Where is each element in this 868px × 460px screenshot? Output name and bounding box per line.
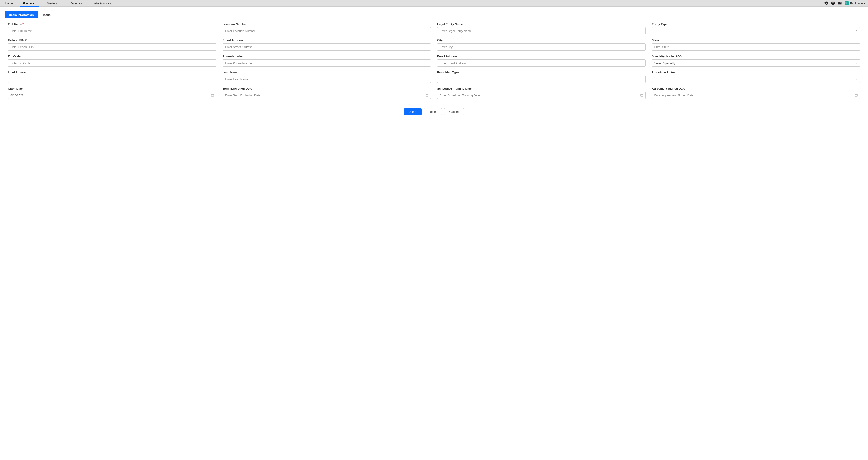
nav-home-label: Home bbox=[5, 2, 13, 5]
label-agreement-signed: Agreement Signed Date bbox=[652, 87, 860, 90]
field-full-name: Full Name* bbox=[8, 23, 216, 34]
form-grid: Full Name* Location Number Legal Entity … bbox=[8, 23, 860, 99]
input-agreement-signed[interactable] bbox=[652, 92, 860, 99]
label-franchise-status: Franchise Status bbox=[652, 71, 860, 74]
label-entity-type: Entity Type bbox=[652, 23, 860, 26]
input-state[interactable] bbox=[652, 43, 860, 51]
label-location-number: Location Number bbox=[223, 23, 431, 26]
field-street-address: Street Address bbox=[223, 39, 431, 51]
nav-process[interactable]: Process ▼ bbox=[18, 0, 42, 6]
input-full-name[interactable] bbox=[8, 27, 216, 34]
field-scheduled-training: Scheduled Training Date bbox=[437, 87, 646, 99]
field-federal-ein: Federal EIN # bbox=[8, 39, 216, 51]
label-specialty: Specialty /Niche/AOS bbox=[652, 55, 860, 58]
input-term-expiration[interactable] bbox=[223, 92, 431, 99]
input-street-address[interactable] bbox=[223, 43, 431, 51]
field-entity-type: Entity Type bbox=[652, 23, 860, 34]
label-legal-entity: Legal Entity Name bbox=[437, 23, 646, 26]
select-entity-type[interactable] bbox=[652, 27, 860, 34]
nav-process-label: Process bbox=[23, 2, 34, 5]
nav-right: ? Back to site bbox=[824, 0, 868, 6]
input-lead-name[interactable] bbox=[223, 75, 431, 83]
select-franchise-type[interactable] bbox=[437, 75, 646, 83]
chevron-down-icon: ▼ bbox=[58, 2, 60, 4]
label-zip-code: Zip Code bbox=[8, 55, 216, 58]
select-lead-source[interactable] bbox=[8, 75, 216, 83]
chevron-down-icon: ▼ bbox=[35, 2, 37, 4]
field-zip-code: Zip Code bbox=[8, 55, 216, 67]
nav-masters-label: Masters bbox=[47, 2, 57, 5]
field-phone-number: Phone Number bbox=[223, 55, 431, 67]
input-zip-code[interactable] bbox=[8, 59, 216, 67]
required-mark: * bbox=[23, 23, 24, 26]
reset-button[interactable]: Reset bbox=[424, 108, 442, 115]
input-city[interactable] bbox=[437, 43, 646, 51]
label-email-address: Email Address bbox=[437, 55, 646, 58]
mail-icon[interactable] bbox=[838, 1, 842, 5]
form-tabs: Basic Information Tasks bbox=[4, 11, 864, 19]
field-legal-entity: Legal Entity Name bbox=[437, 23, 646, 34]
field-email-address: Email Address bbox=[437, 55, 646, 67]
field-franchise-type: Franchise Type bbox=[437, 71, 646, 83]
label-phone-number: Phone Number bbox=[223, 55, 431, 58]
input-legal-entity[interactable] bbox=[437, 27, 646, 34]
label-franchise-type: Franchise Type bbox=[437, 71, 646, 74]
nav-home[interactable]: Home bbox=[0, 0, 18, 6]
label-scheduled-training: Scheduled Training Date bbox=[437, 87, 646, 90]
label-city: City bbox=[437, 39, 646, 42]
input-email-address[interactable] bbox=[437, 59, 646, 67]
label-lead-source: Lead Source bbox=[8, 71, 216, 74]
help-icon[interactable]: ? bbox=[831, 1, 835, 5]
field-lead-source: Lead Source bbox=[8, 71, 216, 83]
svg-text:?: ? bbox=[832, 2, 834, 4]
field-term-expiration: Term Expiration Date bbox=[223, 87, 431, 99]
back-to-site-link[interactable]: Back to site bbox=[845, 1, 865, 5]
select-specialty[interactable]: Select Specialty bbox=[652, 59, 860, 67]
label-open-date: Open Date bbox=[8, 87, 216, 90]
field-agreement-signed: Agreement Signed Date bbox=[652, 87, 860, 99]
nav-data-analytics[interactable]: Data Analytics bbox=[88, 0, 116, 6]
save-button[interactable]: Save bbox=[404, 108, 422, 115]
gear-icon[interactable] bbox=[824, 1, 828, 5]
nav-left: Home Process ▼ Masters ▼ Reports ▼ Data … bbox=[0, 0, 116, 6]
tab-tasks[interactable]: Tasks bbox=[38, 11, 55, 19]
label-federal-ein: Federal EIN # bbox=[8, 39, 216, 42]
chevron-down-icon: ▼ bbox=[81, 2, 83, 4]
form-buttons: Save Reset Cancel bbox=[4, 108, 864, 115]
input-scheduled-training[interactable] bbox=[437, 92, 646, 99]
input-phone-number[interactable] bbox=[223, 59, 431, 67]
nav-reports[interactable]: Reports ▼ bbox=[65, 0, 87, 6]
page-content: Basic Information Tasks Full Name* Locat… bbox=[0, 7, 868, 120]
field-franchise-status: Franchise Status bbox=[652, 71, 860, 83]
nav-data-analytics-label: Data Analytics bbox=[93, 2, 111, 5]
label-street-address: Street Address bbox=[223, 39, 431, 42]
field-city: City bbox=[437, 39, 646, 51]
top-navbar: Home Process ▼ Masters ▼ Reports ▼ Data … bbox=[0, 0, 868, 7]
tab-basic-information[interactable]: Basic Information bbox=[4, 11, 38, 19]
nav-reports-label: Reports bbox=[70, 2, 80, 5]
field-location-number: Location Number bbox=[223, 23, 431, 34]
label-term-expiration: Term Expiration Date bbox=[223, 87, 431, 90]
nav-masters[interactable]: Masters ▼ bbox=[42, 0, 65, 6]
label-full-name: Full Name* bbox=[8, 23, 216, 26]
input-federal-ein[interactable] bbox=[8, 43, 216, 51]
field-open-date: Open Date bbox=[8, 87, 216, 99]
input-open-date[interactable] bbox=[8, 92, 216, 99]
label-lead-name: Lead Name bbox=[223, 71, 431, 74]
field-specialty: Specialty /Niche/AOS Select Specialty bbox=[652, 55, 860, 67]
cancel-button[interactable]: Cancel bbox=[444, 108, 464, 115]
field-lead-name: Lead Name bbox=[223, 71, 431, 83]
form-panel: Full Name* Location Number Legal Entity … bbox=[4, 19, 864, 104]
label-state: State bbox=[652, 39, 860, 42]
field-state: State bbox=[652, 39, 860, 51]
select-franchise-status[interactable] bbox=[652, 75, 860, 83]
sharepoint-icon bbox=[845, 1, 849, 5]
input-location-number[interactable] bbox=[223, 27, 431, 34]
back-to-site-label: Back to site bbox=[850, 2, 865, 5]
